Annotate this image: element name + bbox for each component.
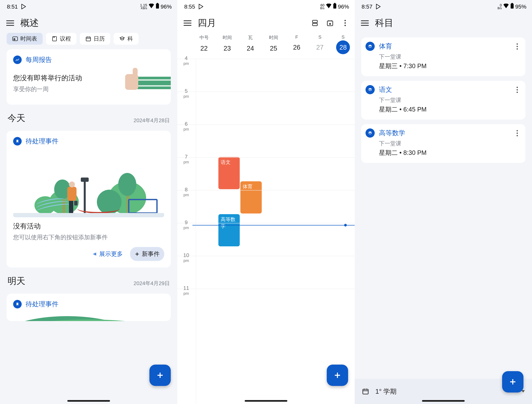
park-illustration xyxy=(13,150,164,217)
next-class-label: 下一堂课 xyxy=(379,96,509,104)
svg-rect-17 xyxy=(512,3,513,4)
app-bar: 四月 xyxy=(177,13,355,33)
battery-percent: 95% xyxy=(515,3,526,10)
battery-percent: 96% xyxy=(338,3,349,10)
svg-rect-16 xyxy=(511,4,514,8)
chip-agenda[interactable]: 议程 xyxy=(46,33,76,45)
more-icon[interactable] xyxy=(513,42,521,70)
hour-label: 9pm xyxy=(180,219,193,230)
status-time: 8:51 xyxy=(7,3,18,10)
chart-icon xyxy=(13,56,22,64)
svg-point-15 xyxy=(344,25,346,26)
menu-icon[interactable] xyxy=(184,20,191,26)
hour-label: 10pm xyxy=(180,252,193,263)
subject-name: 语文 xyxy=(379,85,509,94)
svg-rect-7 xyxy=(333,4,336,8)
chevron-down-icon xyxy=(521,390,525,392)
fab-add[interactable] xyxy=(149,365,171,386)
nav-handle[interactable] xyxy=(422,400,465,402)
page-title: 概述 xyxy=(20,17,175,29)
weekly-headline: 您没有即将举行的活动 xyxy=(13,73,82,83)
subject-time: 星期三 • 7:30 PM xyxy=(379,62,509,70)
svg-rect-6 xyxy=(86,37,91,41)
nav-handle[interactable] xyxy=(245,400,287,402)
wifi-icon xyxy=(326,3,332,10)
subject-name: 高等数学 xyxy=(379,128,509,137)
pending-events-card-tomorrow[interactable]: 待处理事件 xyxy=(6,294,171,321)
hour-label: 6pm xyxy=(180,121,193,132)
svg-rect-0 xyxy=(156,4,159,8)
day-column[interactable]: S27 xyxy=(308,34,331,55)
day-column[interactable]: 时间23 xyxy=(215,34,239,55)
more-icon[interactable] xyxy=(513,85,521,114)
status-bar: 8:51 1.15KB/s 96% xyxy=(0,0,177,13)
svg-rect-5 xyxy=(54,37,55,38)
day-column[interactable]: F26 xyxy=(285,34,308,55)
nav-handle[interactable] xyxy=(67,400,110,402)
hour-label: 7pm xyxy=(180,154,193,164)
wifi-icon xyxy=(503,3,509,10)
new-event-button[interactable]: 新事件 xyxy=(130,247,164,261)
timeline[interactable]: 语文 体育 高等数学 4pm5pm6pm7pm8pm9pm10pm11pm xyxy=(177,59,355,404)
hour-label: 4pm xyxy=(180,55,193,66)
play-store-icon xyxy=(199,4,204,9)
svg-rect-8 xyxy=(334,3,336,4)
battery-icon xyxy=(333,3,337,10)
chip-calendar[interactable]: 日历 xyxy=(80,33,110,45)
subject-time: 星期二 • 6:45 PM xyxy=(379,105,509,114)
subject-name: 体育 xyxy=(379,42,509,51)
screen-overview: 8:51 1.15KB/s 96% 概述 时间表 议程 日历 xyxy=(0,0,177,404)
tomorrow-header: 明天 2024年4月29日 xyxy=(0,272,177,289)
network-speed: 60B/s xyxy=(320,4,324,10)
screen-subjects: 8:57 0B/s 95% 科目 体育下一堂课星期三 • 7:30 PM语文下一… xyxy=(355,0,532,404)
app-bar: 概述 xyxy=(0,13,177,33)
play-store-icon xyxy=(376,4,381,9)
split-view-icon[interactable] xyxy=(309,17,321,29)
hour-label: 5pm xyxy=(180,88,193,99)
fab-add[interactable] xyxy=(327,365,348,386)
svg-rect-1 xyxy=(157,3,158,4)
page-title: 四月 xyxy=(198,17,303,29)
day-column[interactable]: 瓦24 xyxy=(239,34,262,55)
app-bar: 科目 xyxy=(355,13,532,33)
graduation-cap-icon xyxy=(366,128,375,138)
svg-point-13 xyxy=(344,20,346,21)
day-column[interactable]: 中号22 xyxy=(192,34,215,55)
svg-rect-18 xyxy=(363,389,368,394)
svg-point-14 xyxy=(344,22,346,24)
weekly-title: 每周报告 xyxy=(26,55,52,64)
no-events-title: 没有活动 xyxy=(13,222,164,231)
day-column[interactable]: 时间25 xyxy=(262,34,285,55)
status-bar: 8:55 60B/s 96% xyxy=(177,0,355,13)
today-icon[interactable] xyxy=(324,17,336,29)
next-class-label: 下一堂课 xyxy=(379,53,509,61)
weekly-report-card[interactable]: 每周报告 您没有即将举行的活动 享受你的一周 xyxy=(6,49,171,105)
week-header: 中号22时间23瓦24时间25F26S27S28 xyxy=(177,33,355,59)
pending-events-card[interactable]: 待处理事件 没有活动 您可以使用右下角的按钮添加新事件 展示更多 新事件 xyxy=(6,131,171,268)
svg-rect-9 xyxy=(312,20,317,23)
subject-card[interactable]: 体育下一堂课星期三 • 7:30 PM xyxy=(361,38,526,76)
subject-card[interactable]: 语文下一堂课星期二 • 6:45 PM xyxy=(361,81,526,120)
chip-timetable[interactable]: 时间表 xyxy=(6,33,43,45)
show-more-button[interactable]: 展示更多 xyxy=(87,247,127,261)
no-events-sub: 您可以使用右下角的按钮添加新事件 xyxy=(13,233,164,241)
menu-icon[interactable] xyxy=(6,20,14,26)
network-speed: 1.15KB/s xyxy=(140,4,147,10)
more-icon[interactable] xyxy=(513,128,521,157)
battery-percent: 96% xyxy=(161,3,172,10)
page-title: 科目 xyxy=(375,17,530,29)
chip-subjects[interactable]: 科 xyxy=(114,33,139,45)
fab-add[interactable] xyxy=(502,371,523,392)
day-column[interactable]: S28 xyxy=(331,34,355,55)
subjects-list: 体育下一堂课星期三 • 7:30 PM语文下一堂课星期二 • 6:45 PM高等… xyxy=(355,33,532,167)
network-speed: 0B/s xyxy=(498,4,502,10)
calendar-icon xyxy=(362,388,369,395)
next-class-label: 下一堂课 xyxy=(379,140,509,147)
filter-chips: 时间表 议程 日历 科 xyxy=(0,33,177,45)
subject-card[interactable]: 高等数学下一堂课星期二 • 8:30 PM xyxy=(361,124,526,163)
menu-icon[interactable] xyxy=(361,20,369,26)
today-header: 今天 2024年4月28日 xyxy=(0,109,177,126)
wifi-icon xyxy=(148,3,154,10)
more-icon[interactable] xyxy=(340,17,351,29)
hill-illustration xyxy=(6,313,171,321)
